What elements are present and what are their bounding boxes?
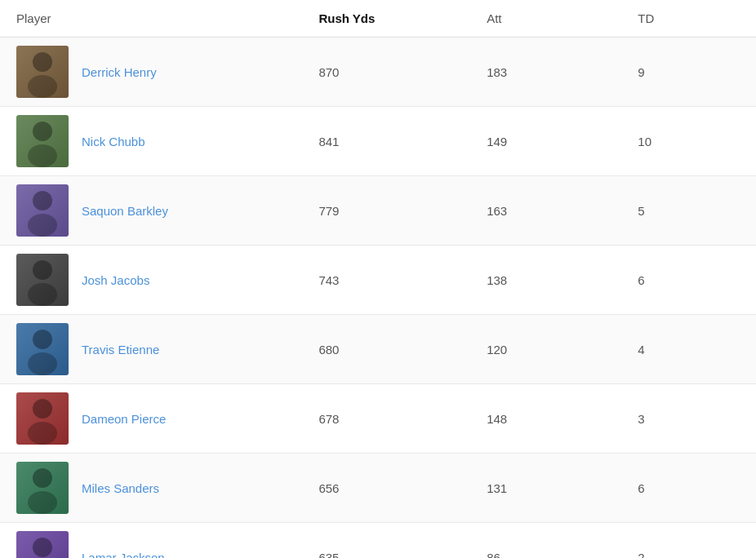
table-row: Dameon Pierce6781483 <box>0 384 756 454</box>
td-value: 2 <box>621 523 756 559</box>
rush-yds-value: 678 <box>302 384 470 454</box>
td-value: 6 <box>621 246 756 315</box>
svg-point-12 <box>33 468 52 488</box>
player-avatar <box>16 531 69 558</box>
player-name[interactable]: Lamar Jackson <box>82 551 165 559</box>
header-player: Player <box>0 0 302 38</box>
svg-point-6 <box>33 260 52 280</box>
rush-yds-value: 656 <box>302 454 470 523</box>
player-name[interactable]: Derrick Henry <box>82 65 157 79</box>
header-td: TD <box>621 0 756 38</box>
rushing-stats-table: Player Rush Yds Att TD Derrick Henry8701… <box>0 0 756 558</box>
table-row: Saquon Barkley7791635 <box>0 176 756 246</box>
rush-yds-value: 635 <box>302 523 470 559</box>
table-row: Derrick Henry8701839 <box>0 38 756 107</box>
svg-point-2 <box>33 122 52 141</box>
table-row: Nick Chubb84114910 <box>0 107 756 176</box>
svg-point-4 <box>33 191 52 210</box>
player-cell: Saquon Barkley <box>0 176 302 246</box>
player-cell: Travis Etienne <box>0 315 302 384</box>
td-value: 6 <box>621 454 756 523</box>
rush-yds-value: 841 <box>302 107 470 176</box>
header-att: Att <box>470 0 621 38</box>
svg-point-5 <box>28 214 57 237</box>
svg-point-9 <box>28 352 57 375</box>
player-name[interactable]: Travis Etienne <box>82 343 159 356</box>
att-value: 86 <box>470 523 621 559</box>
player-avatar <box>16 184 69 237</box>
table-row: Lamar Jackson635862 <box>0 523 756 559</box>
table-row: Travis Etienne6801204 <box>0 315 756 384</box>
rush-yds-value: 743 <box>302 246 470 315</box>
player-avatar <box>16 392 69 445</box>
att-value: 148 <box>470 384 621 454</box>
player-name[interactable]: Miles Sanders <box>82 481 159 495</box>
att-value: 149 <box>470 107 621 176</box>
header-rush-yds: Rush Yds <box>302 0 470 38</box>
att-value: 163 <box>470 176 621 246</box>
table-row: Josh Jacobs7431386 <box>0 246 756 315</box>
att-value: 183 <box>470 38 621 107</box>
svg-point-1 <box>28 75 57 98</box>
player-name[interactable]: Nick Chubb <box>82 135 145 148</box>
td-value: 5 <box>621 176 756 246</box>
player-avatar <box>16 323 69 375</box>
td-value: 3 <box>621 384 756 454</box>
player-name[interactable]: Dameon Pierce <box>82 412 166 426</box>
player-avatar <box>16 462 69 514</box>
td-value: 9 <box>621 38 756 107</box>
player-avatar <box>16 46 69 98</box>
att-value: 131 <box>470 454 621 523</box>
svg-point-8 <box>33 330 52 349</box>
player-cell: Lamar Jackson <box>0 523 302 559</box>
player-avatar <box>16 115 69 167</box>
svg-point-7 <box>28 283 57 306</box>
table-header-row: Player Rush Yds Att TD <box>0 0 756 38</box>
rush-yds-value: 779 <box>302 176 470 246</box>
svg-point-3 <box>28 144 57 167</box>
td-value: 10 <box>621 107 756 176</box>
rush-yds-value: 870 <box>302 38 470 107</box>
player-cell: Josh Jacobs <box>0 246 302 315</box>
svg-point-13 <box>28 491 57 514</box>
svg-point-10 <box>33 399 52 418</box>
svg-point-11 <box>28 422 57 445</box>
player-name[interactable]: Saquon Barkley <box>82 204 168 218</box>
td-value: 4 <box>621 315 756 384</box>
player-cell: Miles Sanders <box>0 454 302 523</box>
table-row: Miles Sanders6561316 <box>0 454 756 523</box>
player-cell: Derrick Henry <box>0 38 302 107</box>
att-value: 120 <box>470 315 621 384</box>
stats-table-container: Player Rush Yds Att TD Derrick Henry8701… <box>0 0 756 558</box>
player-cell: Nick Chubb <box>0 107 302 176</box>
player-cell: Dameon Pierce <box>0 384 302 454</box>
svg-point-0 <box>33 52 52 72</box>
player-name[interactable]: Josh Jacobs <box>82 273 149 287</box>
rush-yds-value: 680 <box>302 315 470 384</box>
svg-point-14 <box>33 538 52 557</box>
player-avatar <box>16 254 69 306</box>
att-value: 138 <box>470 246 621 315</box>
